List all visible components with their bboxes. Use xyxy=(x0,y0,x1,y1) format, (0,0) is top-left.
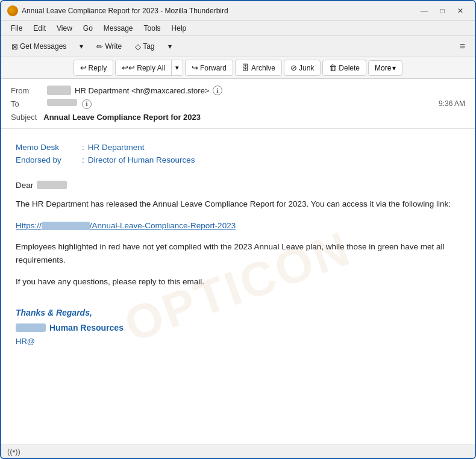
menu-tools[interactable]: Tools xyxy=(139,22,166,34)
sig-thanks: Thanks & Regards, xyxy=(16,306,460,319)
junk-button[interactable]: ⊘ Junk xyxy=(284,60,321,76)
reply-button[interactable]: ↩ Reply xyxy=(74,60,113,75)
menu-bar: File Edit View Go Message Tools Help xyxy=(1,21,475,36)
subject-label: Subject xyxy=(11,113,37,122)
recipient-name-blurred xyxy=(37,181,67,189)
delete-icon: 🗑 xyxy=(329,63,337,72)
status-bar: ((•)) xyxy=(1,445,475,458)
menu-view[interactable]: View xyxy=(52,22,77,34)
junk-label: Junk xyxy=(299,64,314,72)
get-messages-button[interactable]: ⊠ Get Messages xyxy=(6,39,72,54)
more-button[interactable]: More ▾ xyxy=(368,60,402,76)
tag-icon: ◇ xyxy=(135,42,141,51)
sig-name-blurred xyxy=(16,323,46,332)
write-icon: ✏ xyxy=(96,42,103,51)
menu-go[interactable]: Go xyxy=(78,22,98,34)
endorsed-sep: : xyxy=(82,154,84,167)
to-label: To xyxy=(11,99,47,108)
body-paragraph-3: If you have any questions, please reply … xyxy=(16,275,460,289)
reply-icon: ↩ xyxy=(80,63,87,72)
forward-icon: ↪ xyxy=(192,63,198,72)
email-content: Memo Desk : HR Department Endorsed by : … xyxy=(16,141,460,348)
endorsed-val: Director of Human Resources xyxy=(88,154,195,167)
memo-desk-val: HR Department xyxy=(88,141,145,154)
reply-all-dropdown[interactable]: ▾ xyxy=(172,60,183,75)
sig-dept: Human Resources xyxy=(49,321,124,334)
from-row: From HR Department <hr@maxcared.store> ℹ xyxy=(11,84,465,97)
link-suffix: /Annual-Leave-Compliance-Report-2023 xyxy=(90,221,236,230)
subject-row: Subject Annual Leave Compliance Report f… xyxy=(11,111,465,123)
menu-file[interactable]: File xyxy=(6,22,27,34)
email-signature: Thanks & Regards, Human Resources HR@ xyxy=(16,306,460,348)
app-icon xyxy=(7,5,18,16)
tag-label: Tag xyxy=(143,42,154,51)
archive-label: Archive xyxy=(251,64,275,72)
forward-button[interactable]: ↪ Forward xyxy=(185,60,233,76)
memo-desk-row: Memo Desk : HR Department xyxy=(16,141,460,154)
menu-edit[interactable]: Edit xyxy=(28,22,51,34)
endorsed-key: Endorsed by xyxy=(16,154,82,167)
to-row: To ℹ 9:36 AM xyxy=(11,97,465,111)
sig-name-row: Human Resources xyxy=(16,321,460,334)
action-toolbar: ↩ Reply ↩↩ Reply All ▾ ↪ Forward 🗄 Archi… xyxy=(1,57,475,79)
email-time: 9:36 AM xyxy=(439,99,465,108)
link-domain-blurred xyxy=(42,222,90,230)
reply-all-label: Reply All xyxy=(137,64,165,72)
get-messages-icon: ⊠ xyxy=(11,42,18,51)
reply-all-icon: ↩↩ xyxy=(122,63,135,72)
main-window: Annual Leave Compliance Report for 2023 … xyxy=(0,0,476,459)
hamburger-button[interactable]: ≡ xyxy=(455,39,470,54)
more-label: More xyxy=(375,64,391,72)
tag-button[interactable]: ◇ Tag xyxy=(130,39,160,54)
from-value: HR Department <hr@maxcared.store> ℹ xyxy=(47,86,465,95)
reply-all-group: ↩↩ Reply All ▾ xyxy=(115,60,183,76)
to-avatar xyxy=(47,99,77,106)
main-toolbar: ⊠ Get Messages ▾ ✏ Write ◇ Tag ▾ ≡ xyxy=(1,36,475,57)
memo-table: Memo Desk : HR Department Endorsed by : … xyxy=(16,141,460,167)
signal-icon: ((•)) xyxy=(7,447,20,456)
from-avatar xyxy=(47,86,71,95)
write-button[interactable]: ✏ Write xyxy=(91,39,127,54)
window-title: Annual Leave Compliance Report for 2023 … xyxy=(22,7,228,15)
delete-label: Delete xyxy=(339,64,360,72)
delete-button[interactable]: 🗑 Delete xyxy=(322,60,366,76)
dear-line: Dear xyxy=(16,179,460,192)
minimize-button[interactable]: — xyxy=(416,5,433,17)
from-info-icon[interactable]: ℹ xyxy=(213,86,222,95)
title-bar: Annual Leave Compliance Report for 2023 … xyxy=(1,1,475,21)
archive-button[interactable]: 🗄 Archive xyxy=(235,60,282,76)
body-link-line: Https:///Annual-Leave-Compliance-Report-… xyxy=(16,219,460,233)
junk-icon: ⊘ xyxy=(290,63,297,72)
reply-group: ↩ Reply xyxy=(74,60,114,76)
title-bar-left: Annual Leave Compliance Report for 2023 … xyxy=(7,5,228,16)
get-messages-dropdown[interactable]: ▾ xyxy=(74,39,89,54)
email-body: OPTICON Memo Desk : HR Department Endors… xyxy=(1,129,475,445)
window-controls: — □ ✕ xyxy=(416,5,469,17)
to-info-icon[interactable]: ℹ xyxy=(82,99,92,109)
get-messages-label: Get Messages xyxy=(20,42,66,51)
dear-text: Dear xyxy=(16,179,33,192)
memo-desk-sep: : xyxy=(82,141,84,154)
tag-dropdown[interactable]: ▾ xyxy=(163,39,177,54)
reply-label: Reply xyxy=(89,64,107,72)
from-label: From xyxy=(11,86,47,95)
more-chevron-icon: ▾ xyxy=(392,64,396,72)
to-value: ℹ xyxy=(47,99,439,109)
close-button[interactable]: ✕ xyxy=(452,5,469,17)
body-paragraph-1: The HR Department has released the Annua… xyxy=(16,198,460,211)
email-subject: Annual Leave Compliance Report for 2023 xyxy=(43,113,201,122)
endorsed-row: Endorsed by : Director of Human Resource… xyxy=(16,154,460,167)
archive-icon: 🗄 xyxy=(242,63,249,72)
body-paragraph-2: Employees highlighted in red have not ye… xyxy=(16,240,460,266)
maximize-button[interactable]: □ xyxy=(434,5,451,17)
sig-hr: HR@ xyxy=(16,336,460,348)
menu-help[interactable]: Help xyxy=(167,22,192,34)
memo-desk-key: Memo Desk xyxy=(16,141,82,154)
menu-message[interactable]: Message xyxy=(99,22,138,34)
forward-label: Forward xyxy=(200,64,227,72)
reply-all-button[interactable]: ↩↩ Reply All xyxy=(116,60,172,75)
from-name: HR Department <hr@maxcared.store> xyxy=(75,86,209,95)
link-prefix: Https:// xyxy=(16,221,42,230)
email-link[interactable]: Https:///Annual-Leave-Compliance-Report-… xyxy=(16,221,236,230)
write-label: Write xyxy=(105,42,122,51)
